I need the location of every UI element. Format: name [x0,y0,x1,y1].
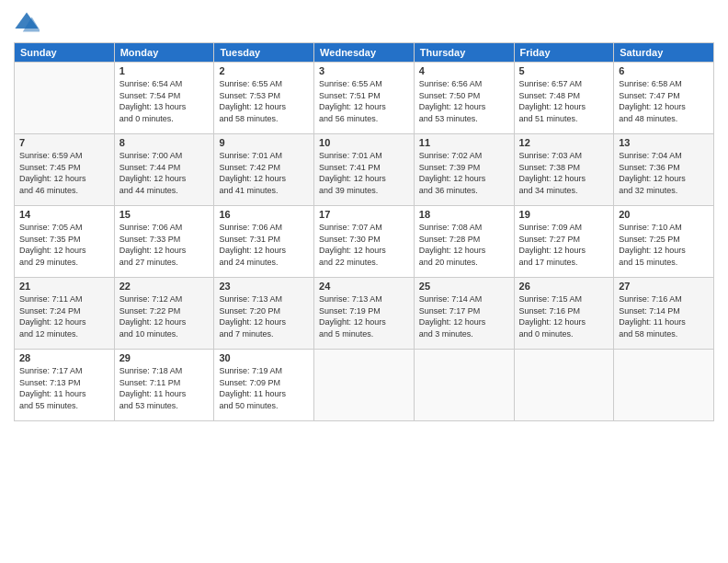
calendar-cell: 11Sunrise: 7:02 AM Sunset: 7:39 PM Dayli… [414,134,514,206]
calendar-cell: 6Sunrise: 6:58 AM Sunset: 7:47 PM Daylig… [614,63,714,134]
day-number: 9 [219,137,309,148]
day-info: Sunrise: 7:14 AM Sunset: 7:17 PM Dayligh… [419,293,509,339]
calendar-cell: 23Sunrise: 7:13 AM Sunset: 7:20 PM Dayli… [214,278,314,350]
day-number: 29 [119,352,210,363]
day-number: 25 [419,281,509,292]
day-number: 14 [19,209,109,220]
calendar-cell: 24Sunrise: 7:13 AM Sunset: 7:19 PM Dayli… [314,278,415,350]
calendar-cell: 17Sunrise: 7:07 AM Sunset: 7:30 PM Dayli… [314,206,415,278]
day-info: Sunrise: 6:55 AM Sunset: 7:51 PM Dayligh… [319,78,409,124]
day-info: Sunrise: 7:13 AM Sunset: 7:19 PM Dayligh… [319,293,409,339]
day-number: 6 [619,65,709,76]
weekday-header-saturday: Saturday [614,43,714,63]
day-info: Sunrise: 7:18 AM Sunset: 7:11 PM Dayligh… [119,365,210,411]
day-info: Sunrise: 6:58 AM Sunset: 7:47 PM Dayligh… [619,78,709,124]
day-number: 7 [19,137,109,148]
weekday-header-sunday: Sunday [15,43,115,63]
day-number: 4 [419,65,509,76]
calendar-cell: 19Sunrise: 7:09 AM Sunset: 7:27 PM Dayli… [514,206,614,278]
day-number: 2 [219,65,309,76]
calendar-cell: 9Sunrise: 7:01 AM Sunset: 7:42 PM Daylig… [214,134,314,206]
day-number: 20 [619,209,709,220]
week-row-3: 14Sunrise: 7:05 AM Sunset: 7:35 PM Dayli… [15,206,714,278]
weekday-header-thursday: Thursday [414,43,514,63]
calendar: SundayMondayTuesdayWednesdayThursdayFrid… [14,42,714,421]
day-number: 13 [619,137,709,148]
calendar-cell: 21Sunrise: 7:11 AM Sunset: 7:24 PM Dayli… [15,278,115,350]
day-number: 21 [19,281,109,292]
day-info: Sunrise: 6:54 AM Sunset: 7:54 PM Dayligh… [119,78,210,124]
day-number: 30 [219,352,309,363]
calendar-cell: 3Sunrise: 6:55 AM Sunset: 7:51 PM Daylig… [314,63,415,134]
week-row-4: 21Sunrise: 7:11 AM Sunset: 7:24 PM Dayli… [15,278,714,350]
calendar-cell: 8Sunrise: 7:00 AM Sunset: 7:44 PM Daylig… [114,134,214,206]
day-number: 12 [519,137,609,148]
day-info: Sunrise: 7:05 AM Sunset: 7:35 PM Dayligh… [19,222,109,268]
day-info: Sunrise: 7:08 AM Sunset: 7:28 PM Dayligh… [419,222,509,268]
day-number: 19 [519,209,609,220]
calendar-cell: 30Sunrise: 7:19 AM Sunset: 7:09 PM Dayli… [214,350,314,421]
calendar-cell: 25Sunrise: 7:14 AM Sunset: 7:17 PM Dayli… [414,278,514,350]
day-info: Sunrise: 7:00 AM Sunset: 7:44 PM Dayligh… [119,150,210,196]
day-info: Sunrise: 7:03 AM Sunset: 7:38 PM Dayligh… [519,150,609,196]
calendar-cell: 12Sunrise: 7:03 AM Sunset: 7:38 PM Dayli… [514,134,614,206]
weekday-header-friday: Friday [514,43,614,63]
day-info: Sunrise: 7:17 AM Sunset: 7:13 PM Dayligh… [19,365,109,411]
day-number: 24 [319,281,409,292]
calendar-cell [414,350,514,421]
calendar-cell [614,350,714,421]
calendar-cell: 26Sunrise: 7:15 AM Sunset: 7:16 PM Dayli… [514,278,614,350]
day-number: 23 [219,281,309,292]
calendar-cell: 2Sunrise: 6:55 AM Sunset: 7:53 PM Daylig… [214,63,314,134]
day-info: Sunrise: 7:19 AM Sunset: 7:09 PM Dayligh… [219,365,309,411]
header [14,9,714,35]
logo-icon [14,9,40,35]
calendar-cell [514,350,614,421]
day-number: 11 [419,137,509,148]
day-info: Sunrise: 7:16 AM Sunset: 7:14 PM Dayligh… [619,293,709,339]
day-info: Sunrise: 6:57 AM Sunset: 7:48 PM Dayligh… [519,78,609,124]
calendar-cell: 29Sunrise: 7:18 AM Sunset: 7:11 PM Dayli… [114,350,214,421]
logo [14,9,41,35]
day-info: Sunrise: 6:59 AM Sunset: 7:45 PM Dayligh… [19,150,109,196]
week-row-5: 28Sunrise: 7:17 AM Sunset: 7:13 PM Dayli… [15,350,714,421]
calendar-cell [314,350,415,421]
calendar-cell: 4Sunrise: 6:56 AM Sunset: 7:50 PM Daylig… [414,63,514,134]
day-number: 27 [619,281,709,292]
day-number: 22 [119,281,210,292]
day-info: Sunrise: 7:15 AM Sunset: 7:16 PM Dayligh… [519,293,609,339]
day-number: 3 [319,65,409,76]
day-info: Sunrise: 7:06 AM Sunset: 7:33 PM Dayligh… [119,222,210,268]
calendar-cell: 15Sunrise: 7:06 AM Sunset: 7:33 PM Dayli… [114,206,214,278]
calendar-cell: 1Sunrise: 6:54 AM Sunset: 7:54 PM Daylig… [114,63,214,134]
weekday-header-tuesday: Tuesday [214,43,314,63]
calendar-cell: 14Sunrise: 7:05 AM Sunset: 7:35 PM Dayli… [15,206,115,278]
calendar-cell: 18Sunrise: 7:08 AM Sunset: 7:28 PM Dayli… [414,206,514,278]
day-number: 26 [519,281,609,292]
calendar-cell: 16Sunrise: 7:06 AM Sunset: 7:31 PM Dayli… [214,206,314,278]
day-info: Sunrise: 7:04 AM Sunset: 7:36 PM Dayligh… [619,150,709,196]
day-info: Sunrise: 7:11 AM Sunset: 7:24 PM Dayligh… [19,293,109,339]
day-info: Sunrise: 7:02 AM Sunset: 7:39 PM Dayligh… [419,150,509,196]
day-number: 8 [119,137,210,148]
weekday-header-row: SundayMondayTuesdayWednesdayThursdayFrid… [15,43,714,63]
day-info: Sunrise: 7:06 AM Sunset: 7:31 PM Dayligh… [219,222,309,268]
day-info: Sunrise: 7:10 AM Sunset: 7:25 PM Dayligh… [619,222,709,268]
week-row-1: 1Sunrise: 6:54 AM Sunset: 7:54 PM Daylig… [15,63,714,134]
day-number: 1 [119,65,210,76]
week-row-2: 7Sunrise: 6:59 AM Sunset: 7:45 PM Daylig… [15,134,714,206]
calendar-cell: 27Sunrise: 7:16 AM Sunset: 7:14 PM Dayli… [614,278,714,350]
weekday-header-monday: Monday [114,43,214,63]
day-number: 10 [319,137,409,148]
day-info: Sunrise: 7:09 AM Sunset: 7:27 PM Dayligh… [519,222,609,268]
calendar-cell: 7Sunrise: 6:59 AM Sunset: 7:45 PM Daylig… [15,134,115,206]
day-number: 15 [119,209,210,220]
calendar-cell: 5Sunrise: 6:57 AM Sunset: 7:48 PM Daylig… [514,63,614,134]
day-info: Sunrise: 7:13 AM Sunset: 7:20 PM Dayligh… [219,293,309,339]
day-info: Sunrise: 6:55 AM Sunset: 7:53 PM Dayligh… [219,78,309,124]
calendar-cell: 13Sunrise: 7:04 AM Sunset: 7:36 PM Dayli… [614,134,714,206]
day-number: 16 [219,209,309,220]
day-number: 18 [419,209,509,220]
day-info: Sunrise: 6:56 AM Sunset: 7:50 PM Dayligh… [419,78,509,124]
calendar-cell [15,63,115,134]
